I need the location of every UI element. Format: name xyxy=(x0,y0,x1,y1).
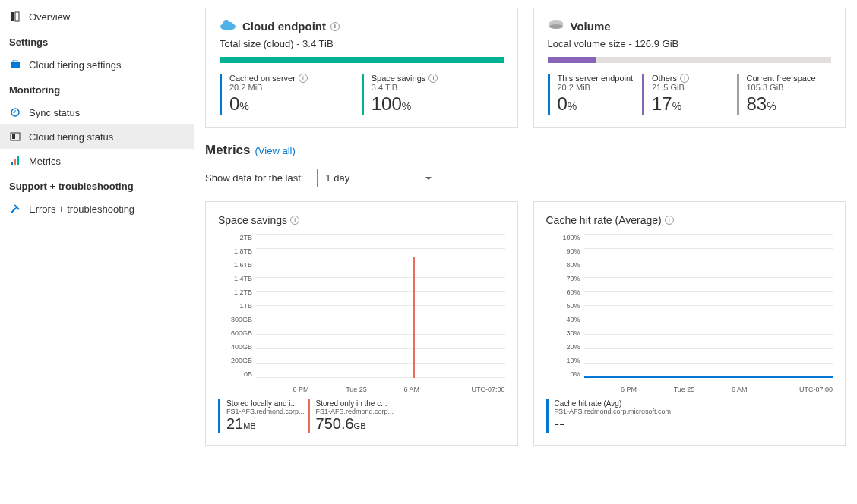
cloud-icon xyxy=(220,19,236,33)
card-title: Volume xyxy=(571,20,611,33)
briefcase-icon xyxy=(9,58,21,71)
nav-section-support: Support + troubleshooting xyxy=(0,173,194,197)
nav-sync-status[interactable]: Sync status xyxy=(0,100,194,124)
cache-hit-rate-chart: Cache hit rate (Average)i 100%90%80%70%6… xyxy=(533,201,846,446)
legend-cache-hit: Cache hit rate (Avg) FS1-AFS.redmond.cor… xyxy=(546,399,672,433)
metrics-icon xyxy=(9,155,21,167)
card-title: Cloud endpoint xyxy=(242,20,326,33)
sync-icon xyxy=(9,106,21,118)
card-subtext: Local volume size - 126.9 GiB xyxy=(548,38,832,49)
bar-seg-savings xyxy=(220,57,504,63)
sidebar: Overview Settings Cloud tiering settings… xyxy=(0,0,194,453)
y-axis: 100%90%80%70%60%50%40%30%20%10%0% xyxy=(546,234,580,378)
nav-label: Metrics xyxy=(29,156,61,167)
x-axis: 6 PMTue 256 AMUTC-07:00 xyxy=(256,386,505,393)
nav-section-monitoring: Monitoring xyxy=(0,77,194,100)
nav-cloud-tiering-settings[interactable]: Cloud tiering settings xyxy=(0,52,194,77)
volume-bar xyxy=(548,57,832,63)
nav-metrics[interactable]: Metrics xyxy=(0,149,194,173)
svg-rect-3 xyxy=(13,61,17,63)
bar-seg-free xyxy=(596,57,831,63)
nav-label: Cloud tiering status xyxy=(29,131,113,143)
space-savings-chart: Space savingsi 2TB1.8TB1.6TB1.4TB1.2TB1T… xyxy=(205,201,518,446)
nav-label: Sync status xyxy=(29,107,80,118)
svg-rect-9 xyxy=(17,156,19,165)
info-icon[interactable]: i xyxy=(290,216,299,225)
svg-rect-1 xyxy=(15,12,19,21)
svg-rect-7 xyxy=(11,162,13,165)
cloud-bar xyxy=(220,57,504,63)
chart-plot-area[interactable]: 2TB1.8TB1.6TB1.4TB1.2TB1TB800GB600GB400G… xyxy=(218,234,505,393)
chart-plot-area[interactable]: 100%90%80%70%60%50%40%30%20%10%0% 6 PMTu… xyxy=(546,234,833,393)
time-range-select[interactable]: 1 day xyxy=(317,169,438,187)
stat-space-savings: Space savingsi 3.4 TiB 100% xyxy=(362,74,504,115)
stat-cached: Cached on serveri 20.2 MiB 0% xyxy=(220,74,362,115)
svg-rect-8 xyxy=(14,159,16,165)
svg-point-12 xyxy=(227,22,233,28)
info-icon[interactable]: i xyxy=(299,74,308,83)
filter-label: Show data for the last: xyxy=(205,172,303,184)
x-axis: 6 PMTue 256 AMUTC-07:00 xyxy=(584,386,833,393)
info-icon[interactable]: i xyxy=(428,74,438,83)
legend-stored-locally: Stored locally and i... FS1-AFS.redmond.… xyxy=(218,399,305,433)
data-line xyxy=(584,376,833,378)
gridlines xyxy=(584,234,833,378)
legend-stored-cloud: Stored only in the c... FS1-AFS.redmond.… xyxy=(308,399,394,433)
data-spike xyxy=(413,257,415,378)
nav-cloud-tiering-status[interactable]: Cloud tiering status xyxy=(0,124,194,149)
card-subtext: Total size (cloud) - 3.4 TiB xyxy=(220,38,504,49)
nav-label: Overview xyxy=(29,11,70,23)
nav-label: Errors + troubleshooting xyxy=(29,203,134,215)
info-icon[interactable]: i xyxy=(680,74,689,83)
info-icon[interactable]: i xyxy=(665,216,674,225)
svg-point-15 xyxy=(549,24,563,29)
metrics-title: Metrics xyxy=(205,143,251,158)
svg-rect-0 xyxy=(11,12,14,21)
y-axis: 2TB1.8TB1.6TB1.4TB1.2TB1TB800GB600GB400G… xyxy=(218,234,252,378)
stat-free-space: Current free space 105.3 GiB 83% xyxy=(737,74,832,115)
stat-others: Othersi 21.5 GiB 17% xyxy=(642,74,737,115)
disk-icon xyxy=(548,19,564,33)
nav-section-settings: Settings xyxy=(0,29,194,52)
gridlines xyxy=(256,234,505,378)
cloud-endpoint-card: Cloud endpoint i Total size (cloud) - 3.… xyxy=(205,8,518,128)
nav-errors-troubleshooting[interactable]: Errors + troubleshooting xyxy=(0,197,194,221)
volume-card: Volume Local volume size - 126.9 GiB Thi… xyxy=(533,8,846,128)
nav-overview[interactable]: Overview xyxy=(0,5,194,29)
stat-this-endpoint: This server endpoint 20.2 MiB 0% xyxy=(548,74,643,115)
tiering-icon xyxy=(9,131,21,143)
main-content: Cloud endpoint i Total size (cloud) - 3.… xyxy=(194,0,857,453)
svg-rect-6 xyxy=(12,134,15,139)
info-icon[interactable]: i xyxy=(330,22,340,31)
bar-seg-others xyxy=(548,57,596,63)
view-all-link[interactable]: (View all) xyxy=(255,145,296,156)
nav-label: Cloud tiering settings xyxy=(29,59,121,71)
overview-icon xyxy=(9,11,21,23)
tools-icon xyxy=(9,203,21,215)
